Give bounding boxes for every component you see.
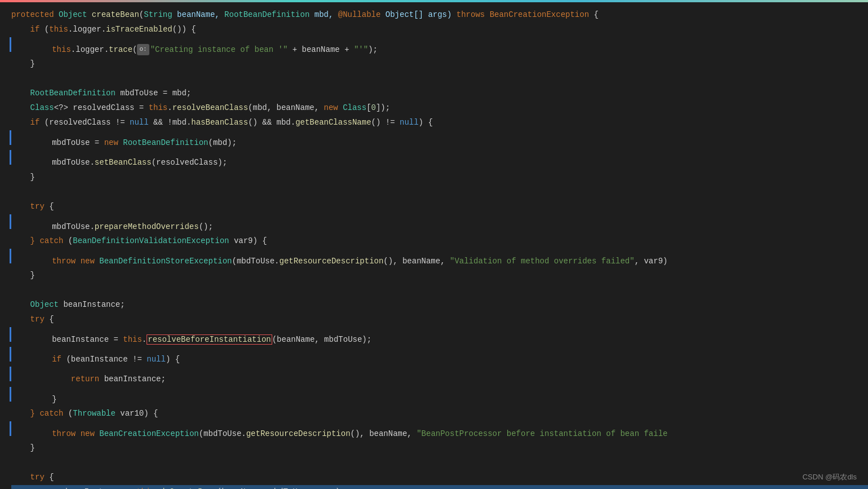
code-line: } catch (Throwable var10) { bbox=[11, 407, 868, 421]
code-line: return beanInstance; bbox=[11, 367, 868, 386]
code-line: throw new BeanDefinitionStoreException(m… bbox=[11, 249, 868, 268]
code-line: } catch (BeanDefinitionValidationExcepti… bbox=[11, 234, 868, 249]
line-content: this.logger.trace(o:"Creating instance o… bbox=[14, 43, 378, 57]
top-bar bbox=[0, 0, 868, 2]
vertical-line bbox=[10, 130, 11, 145]
code-line: } bbox=[11, 268, 868, 283]
line-content: try { bbox=[11, 312, 54, 327]
line-content: Class<?> resolvedClass = this.resolveBea… bbox=[11, 101, 390, 115]
code-line: RootBeanDefinition mbdToUse = mbd; bbox=[11, 86, 868, 101]
line-content: } catch (BeanDefinitionValidationExcepti… bbox=[11, 234, 267, 248]
line-content: if (resolvedClass != null && !mbd.hasBea… bbox=[11, 116, 433, 130]
code-line: mbdToUse = new RootBeanDefinition(mbd); bbox=[11, 130, 868, 150]
line-content: } bbox=[11, 268, 35, 283]
vertical-line bbox=[10, 421, 11, 436]
code-line-empty bbox=[11, 283, 868, 298]
line-content: try { bbox=[11, 470, 54, 484]
line-content: protected Object createBean(String beanN… bbox=[11, 8, 599, 22]
code-line: } bbox=[11, 57, 868, 72]
vertical-line bbox=[10, 327, 11, 342]
line-content: RootBeanDefinition mbdToUse = mbd; bbox=[11, 86, 191, 100]
code-line: mbdToUse.prepareMethodOverrides(); bbox=[11, 214, 868, 234]
line-content: if (beanInstance != null) { bbox=[14, 353, 180, 367]
vertical-line bbox=[10, 150, 11, 165]
watermark: CSDN @码农dls bbox=[803, 472, 857, 482]
code-line-empty bbox=[11, 72, 868, 86]
code-line: Class<?> resolvedClass = this.resolveBea… bbox=[11, 101, 868, 116]
line-content: beanInstance = this.doCreateBean(beanNam… bbox=[11, 485, 345, 489]
code-line: if (resolvedClass != null && !mbd.hasBea… bbox=[11, 116, 868, 130]
code-line-empty bbox=[11, 185, 868, 200]
code-line: mbdToUse.setBeanClass(resolvedClass); bbox=[11, 150, 868, 170]
code-line-empty bbox=[11, 456, 868, 470]
code-line: protected Object createBean(String beanN… bbox=[11, 8, 868, 23]
code-area: protected Object createBean(String beanN… bbox=[0, 2, 868, 489]
vertical-line bbox=[10, 347, 11, 362]
line-content: } bbox=[11, 170, 35, 184]
code-line: this.logger.trace(o:"Creating instance o… bbox=[11, 37, 868, 57]
code-line: } bbox=[11, 170, 868, 185]
code-container: protected Object createBean(String beanN… bbox=[0, 0, 868, 489]
code-line: try { bbox=[11, 200, 868, 214]
code-line: Object beanInstance; bbox=[11, 298, 868, 312]
code-line: } bbox=[11, 441, 868, 456]
vertical-line bbox=[10, 37, 11, 52]
line-content: mbdToUse = new RootBeanDefinition(mbd); bbox=[14, 136, 237, 150]
code-line: try { bbox=[11, 470, 868, 485]
line-content: try { bbox=[11, 200, 54, 214]
vertical-line bbox=[10, 249, 11, 263]
line-content: throw new BeanCreationException(mbdToUse… bbox=[14, 427, 667, 441]
line-content: if (this.logger.isTraceEnabled()) { bbox=[11, 23, 196, 37]
line-content: } bbox=[14, 393, 57, 407]
line-content: Object beanInstance; bbox=[11, 298, 125, 312]
line-content: beanInstance = this.resolveBeforeInstant… bbox=[14, 333, 371, 347]
code-line: throw new BeanCreationException(mbdToUse… bbox=[11, 421, 868, 441]
vertical-line bbox=[10, 387, 11, 402]
line-content: mbdToUse.prepareMethodOverrides(); bbox=[14, 220, 213, 234]
inline-badge: o: bbox=[137, 44, 149, 55]
code-line: } bbox=[11, 387, 868, 407]
line-content: } bbox=[11, 57, 35, 71]
code-line: if (beanInstance != null) { bbox=[11, 347, 868, 367]
method-box: resolveBeforeInstantiation bbox=[147, 334, 272, 345]
code-line: if (this.logger.isTraceEnabled()) { bbox=[11, 23, 868, 37]
line-content: mbdToUse.setBeanClass(resolvedClass); bbox=[14, 156, 227, 170]
code-line: try { bbox=[11, 312, 868, 327]
line-content: return beanInstance; bbox=[14, 372, 166, 386]
line-content: } catch (Throwable var10) { bbox=[11, 407, 158, 421]
vertical-line bbox=[10, 367, 11, 381]
code-line-highlighted: beanInstance = this.doCreateBean(beanNam… bbox=[11, 485, 868, 489]
vertical-line bbox=[10, 214, 11, 229]
code-line: beanInstance = this.resolveBeforeInstant… bbox=[11, 327, 868, 347]
line-content: throw new BeanDefinitionStoreException(m… bbox=[14, 254, 667, 268]
line-content: } bbox=[11, 441, 35, 455]
